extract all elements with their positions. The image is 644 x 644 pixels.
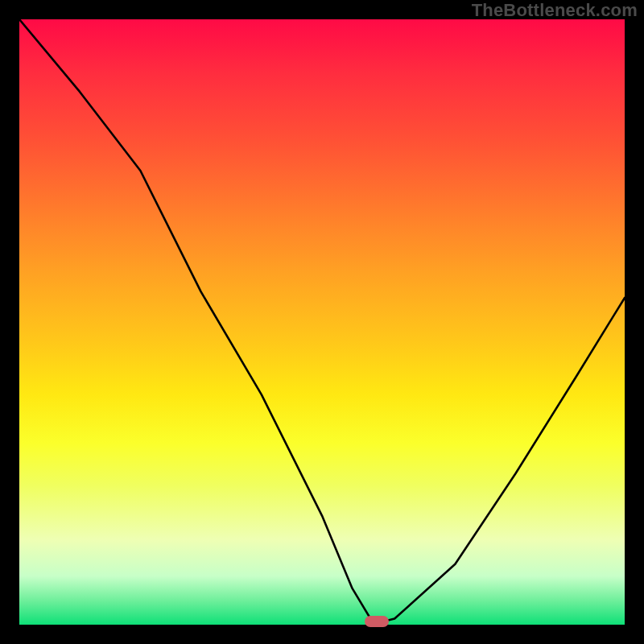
watermark-text: TheBottleneck.com [472, 0, 638, 21]
optimal-marker [365, 616, 389, 627]
chart-frame: TheBottleneck.com [0, 0, 644, 644]
bottleneck-curve [19, 19, 625, 625]
plot-area [19, 19, 625, 625]
